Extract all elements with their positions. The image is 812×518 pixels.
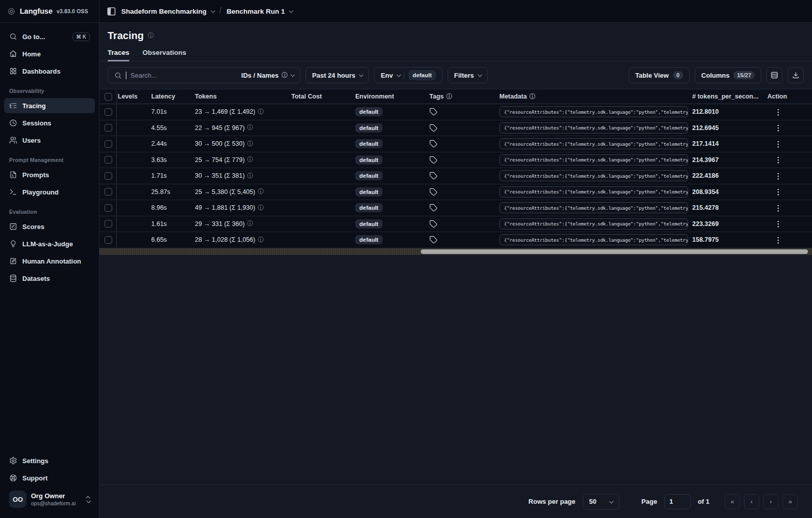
table-body: 7.01s 23 → 1,469 (Σ 1,492)ⓘ default {"re… <box>99 104 812 248</box>
rows-icon <box>770 71 779 79</box>
table-row[interactable]: 2.44s 30 → 500 (Σ 530)ⓘ default {"resour… <box>99 136 812 152</box>
sidebar-item-datasets[interactable]: Datasets <box>4 271 95 286</box>
sidebar-item-human-annotation[interactable]: Human Annotation <box>4 253 95 269</box>
tags-cell <box>425 156 495 164</box>
latency-cell: 25.87s <box>147 188 191 196</box>
tab-observations[interactable]: Observations <box>143 49 186 61</box>
sidebar-item-playground[interactable]: Playground <box>4 184 95 200</box>
sidebar-item-goto[interactable]: Go to... ⌘ K <box>4 29 95 44</box>
row-actions-kebab-icon[interactable]: ⋮ <box>767 234 789 246</box>
time-range-select[interactable]: Past 24 hours <box>306 67 369 83</box>
info-icon: ⓘ <box>282 71 288 80</box>
tag-icon[interactable] <box>429 108 437 116</box>
tag-icon[interactable] <box>429 156 437 164</box>
rows-per-page-select[interactable]: 50 <box>583 494 619 510</box>
info-icon: ⓘ <box>148 31 154 40</box>
table-row[interactable]: 7.01s 23 → 1,469 (Σ 1,492)ⓘ default {"re… <box>99 104 812 120</box>
prev-page-button[interactable]: ‹ <box>744 494 759 509</box>
tag-icon[interactable] <box>429 124 437 132</box>
row-checkbox[interactable] <box>105 172 112 180</box>
metadata-pill[interactable]: {"resourceAttributes":{"telemetry.sdk.la… <box>499 138 688 149</box>
table-view-button[interactable]: Table View 0 <box>629 67 690 83</box>
sidebar-item-home[interactable]: Home <box>4 46 95 61</box>
col-header-tags[interactable]: Tagsⓘ <box>425 92 495 101</box>
metadata-pill[interactable]: {"resourceAttributes":{"telemetry.sdk.la… <box>499 154 688 166</box>
tab-traces[interactable]: Traces <box>108 49 129 61</box>
table-row[interactable]: 1.61s 29 → 331 (Σ 360)ⓘ default {"resour… <box>99 216 812 233</box>
col-header-environment[interactable]: Environment <box>351 93 425 100</box>
metadata-pill[interactable]: {"resourceAttributes":{"telemetry.sdk.la… <box>499 170 688 181</box>
metadata-pill[interactable]: {"resourceAttributes":{"telemetry.sdk.la… <box>499 234 688 245</box>
row-actions-kebab-icon[interactable]: ⋮ <box>767 218 789 230</box>
user-menu[interactable]: OO Org Owner ops@shadeform.ai <box>4 487 95 514</box>
sidebar-item-settings[interactable]: Settings <box>4 453 95 468</box>
row-actions-kebab-icon[interactable]: ⋮ <box>767 170 789 182</box>
tag-icon[interactable] <box>429 140 437 148</box>
info-icon: ⓘ <box>529 92 535 101</box>
tag-icon[interactable] <box>429 204 437 212</box>
col-header-tokens-per-second[interactable]: # tokens_per_secon... <box>688 93 763 100</box>
table-row[interactable]: 6.65s 28 → 1,028 (Σ 1,056)ⓘ default {"re… <box>99 232 812 248</box>
sidebar-item-sessions[interactable]: Sessions <box>4 115 95 131</box>
select-all-checkbox[interactable] <box>105 93 112 101</box>
row-actions-kebab-icon[interactable]: ⋮ <box>767 186 789 198</box>
col-header-tokens[interactable]: Tokens <box>191 93 287 100</box>
metadata-pill[interactable]: {"resourceAttributes":{"telemetry.sdk.la… <box>499 186 688 198</box>
next-page-button[interactable]: › <box>763 494 779 509</box>
filters-button[interactable]: Filters <box>448 67 488 83</box>
scrollbar-thumb[interactable] <box>421 249 808 254</box>
search-input[interactable]: Search... IDs / Names ⓘ <box>108 67 300 83</box>
row-actions-kebab-icon[interactable]: ⋮ <box>767 154 789 166</box>
sidebar-item-tracing[interactable]: Tracing <box>4 98 95 113</box>
metadata-pill[interactable]: {"resourceAttributes":{"telemetry.sdk.la… <box>499 122 688 134</box>
col-header-total-cost[interactable]: Total Cost <box>287 93 351 100</box>
first-page-button[interactable]: « <box>725 494 740 509</box>
horizontal-scrollbar[interactable] <box>99 248 812 255</box>
row-actions-kebab-icon[interactable]: ⋮ <box>767 202 789 214</box>
search-mode-select[interactable]: IDs / Names ⓘ <box>241 71 294 80</box>
table-row[interactable]: 4.55s 22 → 945 (Σ 967)ⓘ default {"resour… <box>99 120 812 137</box>
tag-icon[interactable] <box>429 220 437 228</box>
table-row[interactable]: 25.87s 25 → 5,380 (Σ 5,405)ⓘ default {"r… <box>99 184 812 201</box>
row-checkbox[interactable] <box>105 140 112 148</box>
sidebar-toggle-icon[interactable] <box>107 7 116 16</box>
row-checkbox[interactable] <box>105 156 112 164</box>
tag-icon[interactable] <box>429 188 437 196</box>
tag-icon[interactable] <box>429 236 437 244</box>
breadcrumb-org[interactable]: Shadeform Benchmarking <box>121 8 214 15</box>
metadata-pill[interactable]: {"resourceAttributes":{"telemetry.sdk.la… <box>499 202 688 213</box>
row-height-button[interactable] <box>766 67 783 83</box>
env-filter[interactable]: Env default <box>374 67 443 83</box>
sidebar-item-users[interactable]: Users <box>4 133 95 148</box>
row-actions-kebab-icon[interactable]: ⋮ <box>767 106 789 118</box>
page-number-input[interactable]: 1 <box>664 494 691 509</box>
sidebar-item-support[interactable]: Support <box>4 470 95 485</box>
col-header-latency[interactable]: Latency <box>147 93 191 100</box>
row-checkbox[interactable] <box>105 236 112 244</box>
sidebar-item-prompts[interactable]: Prompts <box>4 167 95 182</box>
sidebar-item-llm-as-a-judge[interactable]: LLM-as-a-Judge <box>4 236 95 251</box>
breadcrumb-project[interactable]: Benchmark Run 1 <box>227 8 293 15</box>
table-row[interactable]: 8.96s 49 → 1,881 (Σ 1,930)ⓘ default {"re… <box>99 200 812 216</box>
sidebar-item-scores[interactable]: Scores <box>4 219 95 234</box>
row-actions-kebab-icon[interactable]: ⋮ <box>767 122 789 134</box>
user-name: Org Owner <box>31 492 76 500</box>
action-cell: ⋮ <box>763 234 812 246</box>
col-header-metadata[interactable]: Metadataⓘ <box>495 92 688 101</box>
table-row[interactable]: 1.71s 30 → 351 (Σ 381)ⓘ default {"resour… <box>99 168 812 184</box>
row-actions-kebab-icon[interactable]: ⋮ <box>767 138 789 150</box>
row-checkbox[interactable] <box>105 124 112 132</box>
table-row[interactable]: 3.63s 25 → 754 (Σ 779)ⓘ default {"resour… <box>99 152 812 169</box>
row-checkbox[interactable] <box>105 204 112 212</box>
metadata-pill[interactable]: {"resourceAttributes":{"telemetry.sdk.la… <box>499 218 688 230</box>
columns-button[interactable]: Columns 15/27 <box>695 67 761 83</box>
metadata-pill[interactable]: {"resourceAttributes":{"telemetry.sdk.la… <box>499 106 688 117</box>
sidebar-item-dashboards[interactable]: Dashboards <box>4 63 95 79</box>
last-page-button[interactable]: » <box>783 494 798 509</box>
export-button[interactable] <box>788 67 804 83</box>
row-checkbox[interactable] <box>105 220 112 228</box>
tag-icon[interactable] <box>429 172 437 180</box>
row-checkbox[interactable] <box>105 188 112 196</box>
row-checkbox[interactable] <box>105 108 112 116</box>
col-header-levels[interactable]: Levels <box>117 93 147 100</box>
